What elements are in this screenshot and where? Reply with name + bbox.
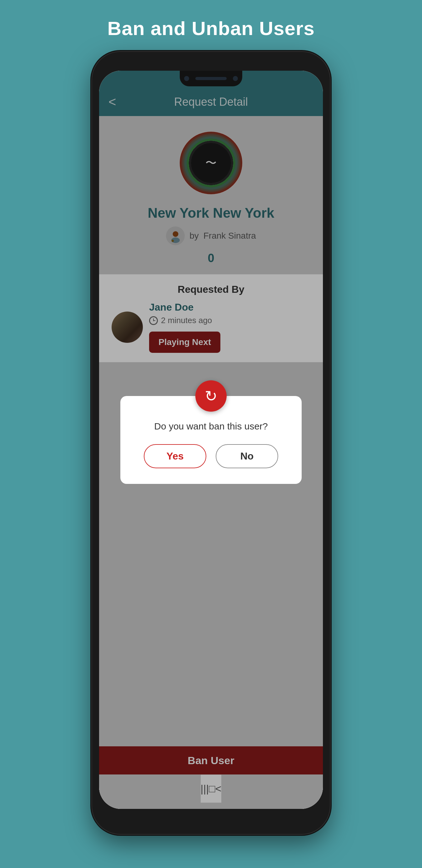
phone-shell: < Request Detail 〜 New York New York (92, 52, 330, 834)
modal-overlay: ↻ Do you want ban this user? Yes No (99, 71, 323, 809)
phone-screen: < Request Detail 〜 New York New York (99, 71, 323, 809)
modal-no-button[interactable]: No (216, 444, 278, 468)
modal-refresh-button[interactable]: ↻ (195, 380, 227, 412)
modal-question: Do you want ban this user? (154, 421, 268, 432)
modal-yes-button[interactable]: Yes (144, 444, 206, 468)
modal-box: ↻ Do you want ban this user? Yes No (120, 396, 302, 484)
app-content: < Request Detail 〜 New York New York (99, 71, 323, 809)
page-title: Ban and Unban Users (107, 17, 315, 39)
refresh-icon: ↻ (205, 387, 217, 405)
modal-buttons: Yes No (133, 444, 289, 468)
